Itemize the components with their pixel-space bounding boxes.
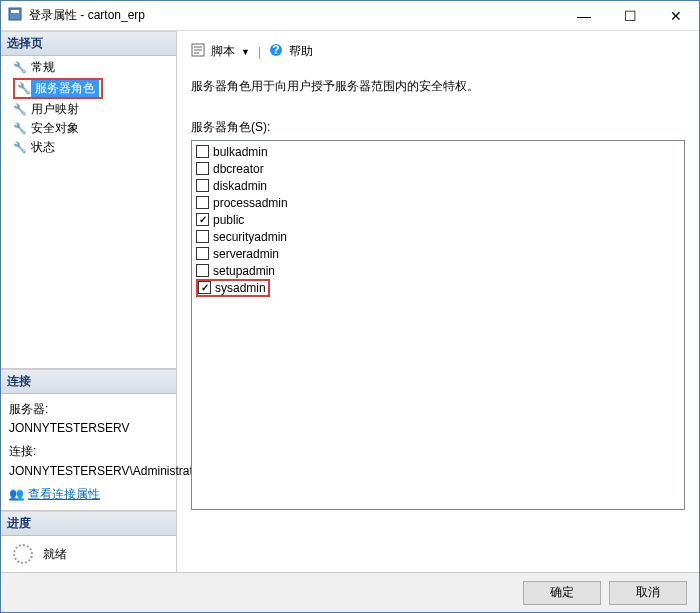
progress-spinner-icon [13, 544, 33, 564]
role-row-sysadmin[interactable]: sysadmin [194, 279, 682, 296]
sidebar-item-label: 常规 [31, 59, 55, 76]
sidebar-item-status[interactable]: 🔧 状态 [1, 138, 176, 157]
checkbox[interactable] [196, 145, 209, 158]
role-name: dbcreator [213, 162, 264, 176]
ok-button[interactable]: 确定 [523, 581, 601, 605]
role-row-bulkadmin[interactable]: bulkadmin [194, 143, 682, 160]
sidebar-item-label: 服务器角色 [31, 80, 99, 97]
role-name: diskadmin [213, 179, 267, 193]
role-name: bulkadmin [213, 145, 268, 159]
help-button[interactable]: 帮助 [289, 43, 313, 60]
dropdown-icon[interactable]: ▼ [241, 47, 250, 57]
role-row-diskadmin[interactable]: diskadmin [194, 177, 682, 194]
progress-section: 进度 就绪 [1, 510, 176, 572]
script-button[interactable]: 脚本 [211, 43, 235, 60]
checkbox[interactable] [196, 196, 209, 209]
checkbox[interactable] [198, 281, 211, 294]
server-value: JONNYTESTERSERV [9, 419, 168, 438]
role-name: sysadmin [215, 281, 266, 295]
role-name: serveradmin [213, 247, 279, 261]
titlebar[interactable]: 登录属性 - carton_erp — ☐ ✕ [1, 1, 699, 31]
toolbar: 脚本 ▼ | ? 帮助 [191, 39, 685, 70]
main-panel: 脚本 ▼ | ? 帮助 服务器角色用于向用户授予服务器范围内的安全特权。 服务器… [177, 31, 699, 572]
view-connection-properties-link[interactable]: 👥 查看连接属性 [9, 485, 100, 504]
separator: | [258, 45, 261, 59]
role-row-processadmin[interactable]: processadmin [194, 194, 682, 211]
role-row-securityadmin[interactable]: securityadmin [194, 228, 682, 245]
window-title: 登录属性 - carton_erp [29, 7, 561, 24]
role-row-setupadmin[interactable]: setupadmin [194, 262, 682, 279]
checkbox[interactable] [196, 213, 209, 226]
sidebar-item-label: 状态 [31, 139, 55, 156]
svg-rect-1 [11, 10, 19, 13]
wrench-icon: 🔧 [13, 122, 27, 135]
cancel-button[interactable]: 取消 [609, 581, 687, 605]
sidebar-item-securables[interactable]: 🔧 安全对象 [1, 119, 176, 138]
description-text: 服务器角色用于向用户授予服务器范围内的安全特权。 [191, 78, 685, 95]
sidebar-item-label: 用户映射 [31, 101, 79, 118]
sidebar-item-label: 安全对象 [31, 120, 79, 137]
sidebar: 选择页 🔧 常规 🔧 服务器角色 🔧 用户映射 🔧 [1, 31, 177, 572]
roles-list-label: 服务器角色(S): [191, 119, 685, 136]
sidebar-item-user-mapping[interactable]: 🔧 用户映射 [1, 100, 176, 119]
svg-text:?: ? [272, 43, 279, 57]
help-icon: ? [269, 43, 283, 60]
script-icon [191, 43, 205, 60]
select-page-header: 选择页 [1, 31, 176, 56]
dialog-footer: 确定 取消 [1, 572, 699, 612]
highlight-annotation: sysadmin [196, 279, 270, 297]
checkbox[interactable] [196, 247, 209, 260]
role-name: public [213, 213, 244, 227]
highlight-annotation: 🔧 服务器角色 [13, 78, 103, 99]
conn-label: 连接: [9, 442, 168, 461]
login-properties-window: 登录属性 - carton_erp — ☐ ✕ 选择页 🔧 常规 🔧 服务器角色 [0, 0, 700, 613]
role-row-serveradmin[interactable]: serveradmin [194, 245, 682, 262]
minimize-button[interactable]: — [561, 1, 607, 30]
role-row-dbcreator[interactable]: dbcreator [194, 160, 682, 177]
checkbox[interactable] [196, 230, 209, 243]
connection-icon: 👥 [9, 485, 24, 504]
wrench-icon: 🔧 [13, 61, 27, 74]
wrench-icon: 🔧 [13, 141, 27, 154]
progress-status: 就绪 [43, 546, 67, 563]
maximize-button[interactable]: ☐ [607, 1, 653, 30]
role-name: securityadmin [213, 230, 287, 244]
wrench-icon: 🔧 [13, 103, 27, 116]
progress-header: 进度 [1, 511, 176, 536]
svg-rect-0 [9, 8, 21, 20]
connection-section: 连接 服务器: JONNYTESTERSERV 连接: JONNYTESTERS… [1, 368, 176, 510]
window-icon [7, 6, 23, 25]
link-label: 查看连接属性 [28, 485, 100, 504]
conn-value: JONNYTESTERSERV\Administrat [9, 462, 168, 481]
role-row-public[interactable]: public [194, 211, 682, 228]
checkbox[interactable] [196, 179, 209, 192]
wrench-icon: 🔧 [17, 82, 31, 95]
checkbox[interactable] [196, 162, 209, 175]
checkbox[interactable] [196, 264, 209, 277]
server-label: 服务器: [9, 400, 168, 419]
close-button[interactable]: ✕ [653, 1, 699, 30]
role-name: setupadmin [213, 264, 275, 278]
sidebar-item-general[interactable]: 🔧 常规 [1, 58, 176, 77]
connection-header: 连接 [1, 369, 176, 394]
page-list: 🔧 常规 🔧 服务器角色 🔧 用户映射 🔧 安全对象 [1, 56, 176, 159]
role-name: processadmin [213, 196, 288, 210]
server-roles-listbox[interactable]: bulkadmin dbcreator diskadmin processadm… [191, 140, 685, 510]
sidebar-item-server-roles[interactable]: 🔧 服务器角色 [1, 77, 176, 100]
